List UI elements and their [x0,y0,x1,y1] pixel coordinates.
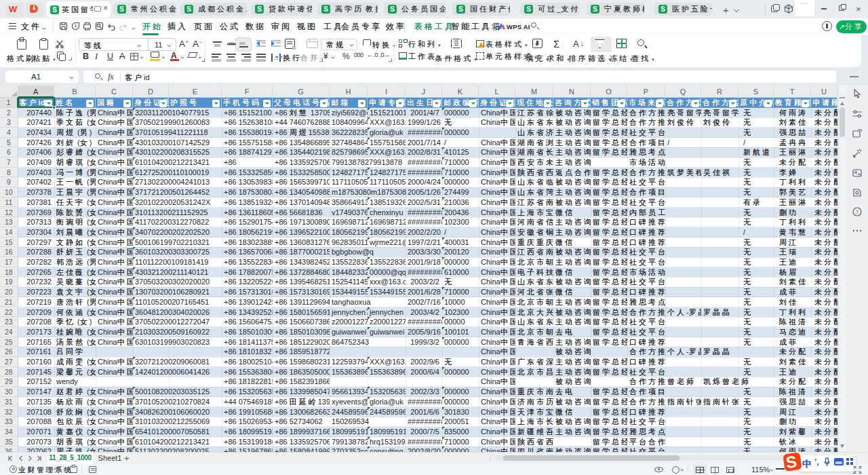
svg-text:?: ? [856,209,859,215]
